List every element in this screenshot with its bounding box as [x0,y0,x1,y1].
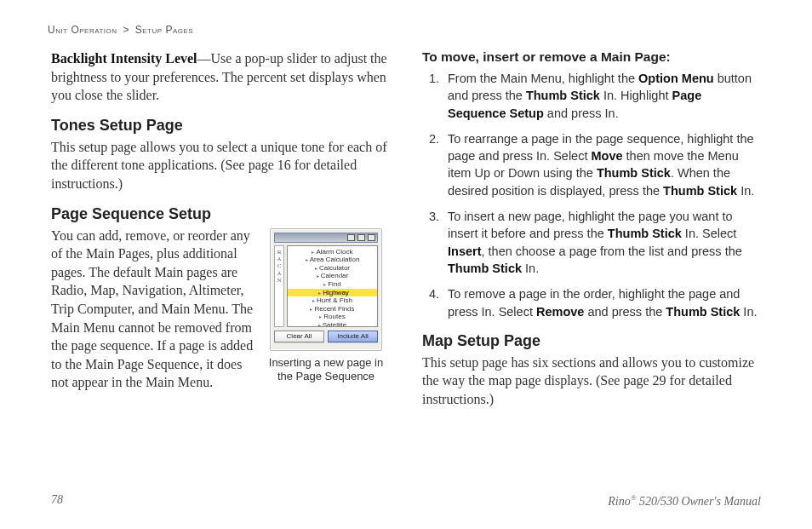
breadcrumb: Unit Operation > Setup Pages [48,24,761,36]
list-item: Find [290,280,375,289]
tones-heading: Tones Setup Page [51,117,390,135]
step-2: To rearrange a page in the page sequence… [443,130,761,199]
pageseq-heading: Page Sequence Setup [51,205,390,223]
figure-page-sequence: RACAN Alarm Clock Area Calculation Calcu… [262,228,390,384]
clear-all-button: Clear All [274,331,324,342]
map-setup-paragraph: This setup page has six sections and all… [422,354,761,409]
tones-paragraph: This setup page allows you to select a u… [51,138,390,193]
breadcrumb-a: Unit Operation [48,24,117,36]
right-column: To move, insert or remove a Main Page: F… [422,49,761,421]
step-3: To insert a new page, highlight the page… [443,208,761,277]
left-column: Backlight Intensity Level—Use a pop-up s… [51,49,390,421]
device-titlebar-btn [357,234,365,241]
list-item: Alarm Clock [290,248,375,256]
include-all-button: Include All [328,331,378,342]
device-titlebar [274,233,378,243]
device-titlebar-btn [368,234,375,241]
page-footer: 78 Rino® 520/530 Owner's Manual [51,493,761,509]
list-item-highlighted: Highway [288,289,377,297]
list-item: Calculator [290,264,375,273]
breadcrumb-sep: > [123,24,129,36]
step-1: From the Main Menu, highlight the Option… [443,70,761,122]
backlight-paragraph: Backlight Intensity Level—Use a pop-up s… [51,49,390,105]
page-number: 78 [51,493,63,509]
map-setup-heading: Map Setup Page [422,332,761,350]
procedure-heading: To move, insert or remove a Main Page: [422,49,761,65]
list-item: Recent Finds [290,305,375,313]
device-list: Alarm Clock Area Calculation Calculator … [287,245,378,327]
list-item: Area Calculation [290,256,375,264]
procedure-steps: From the Main Menu, highlight the Option… [422,70,761,320]
step-4: To remove a page in the order, highlight… [443,285,761,320]
list-item: Calendar [290,272,375,280]
device-sidebar: RACAN [274,245,284,327]
list-item: Satellite [290,321,375,327]
manual-title: Rino® 520/530 Owner's Manual [608,493,761,509]
breadcrumb-b: Setup Pages [135,24,193,36]
device-titlebar-btn [347,234,355,241]
device-screenshot: RACAN Alarm Clock Area Calculation Calcu… [270,228,382,351]
list-item: Hunt & Fish [290,296,375,305]
list-item: Routes [290,313,375,321]
figure-caption: Inserting a new page in the Page Sequenc… [262,356,390,384]
backlight-lead: Backlight Intensity Level [51,51,197,66]
